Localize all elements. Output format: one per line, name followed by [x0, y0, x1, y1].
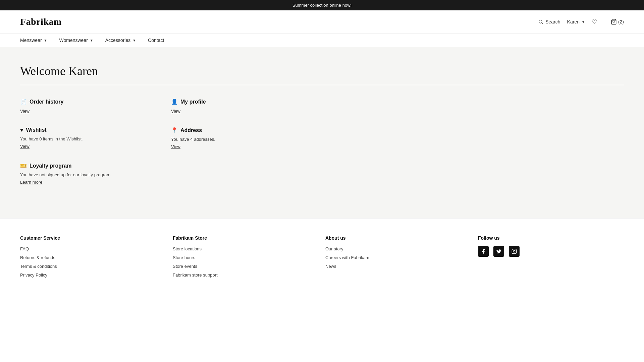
- order-history-label: Order history: [30, 99, 63, 105]
- announcement-bar: Summer collection online now!: [0, 0, 644, 10]
- account-grid: 📄 Order history View 👤 My profile View ♥…: [20, 99, 322, 185]
- main-nav: Menswear ▼ Womenswear ▼ Accessories ▼ Co…: [0, 34, 644, 47]
- womenswear-chevron-icon: ▼: [90, 39, 93, 42]
- footer-link-faq[interactable]: FAQ: [20, 246, 29, 251]
- address-view-link[interactable]: View: [171, 144, 180, 149]
- twitter-icon[interactable]: [493, 246, 504, 257]
- facebook-icon[interactable]: [478, 246, 489, 257]
- svg-point-0: [539, 20, 542, 23]
- footer-link-privacy[interactable]: Privacy Policy: [20, 273, 47, 278]
- address-icon: 📍: [171, 127, 178, 133]
- footer-link-news[interactable]: News: [325, 264, 336, 269]
- title-divider: [20, 85, 624, 85]
- my-profile-icon: 👤: [171, 99, 178, 105]
- footer-link-store-locations[interactable]: Store locations: [173, 246, 202, 251]
- cart-button[interactable]: (2): [611, 19, 624, 25]
- footer-store-links: Store locations Store hours Store events…: [173, 246, 319, 278]
- svg-line-1: [542, 23, 543, 24]
- wishlist-section: ♥ Wishlist You have 0 items in the Wishl…: [20, 127, 171, 149]
- nav-item-menswear[interactable]: Menswear ▼: [20, 38, 47, 43]
- loyalty-learn-more-link[interactable]: Learn more: [20, 180, 42, 185]
- order-history-view-link[interactable]: View: [20, 109, 30, 114]
- footer-link-terms[interactable]: Terms & conditions: [20, 264, 57, 269]
- header-divider: [604, 18, 604, 26]
- address-description: You have 4 addresses.: [171, 137, 309, 142]
- heart-icon: ♡: [592, 18, 597, 25]
- svg-rect-3: [512, 249, 516, 253]
- accessories-chevron-icon: ▼: [132, 39, 136, 42]
- nav-item-contact[interactable]: Contact: [148, 38, 164, 43]
- my-profile-view-link[interactable]: View: [171, 109, 180, 114]
- wishlist-view-link[interactable]: View: [20, 144, 30, 149]
- my-profile-label: My profile: [180, 99, 206, 105]
- cart-icon: [611, 19, 617, 25]
- footer-col-social: Follow us: [478, 235, 624, 278]
- page-title: Welcome Karen: [20, 64, 624, 78]
- search-label: Search: [545, 19, 560, 24]
- loyalty-description: You have not signed up for our loyalty p…: [20, 172, 158, 177]
- address-label: Address: [180, 127, 202, 133]
- address-section: 📍 Address You have 4 addresses. View: [171, 127, 322, 149]
- footer-about-links: Our story Careers with Fabrikam News: [325, 246, 471, 269]
- footer-customer-service-title: Customer Service: [20, 235, 166, 241]
- loyalty-title: 🎫 Loyalty program: [20, 163, 158, 169]
- my-profile-section: 👤 My profile View: [171, 99, 322, 114]
- header-actions: Search Karen ▼ ♡ (2): [538, 18, 624, 26]
- loyalty-section: 🎫 Loyalty program You have not signed up…: [20, 163, 171, 185]
- footer-store-title: Fabrikam Store: [173, 235, 319, 241]
- announcement-text: Summer collection online now!: [292, 3, 352, 8]
- footer-col-about: About us Our story Careers with Fabrikam…: [325, 235, 471, 278]
- svg-point-5: [515, 250, 516, 250]
- footer-grid: Customer Service FAQ Returns & refunds T…: [20, 235, 624, 278]
- footer-link-our-story[interactable]: Our story: [325, 246, 343, 251]
- menswear-chevron-icon: ▼: [44, 39, 47, 42]
- search-icon: [538, 19, 543, 24]
- footer-col-customer-service: Customer Service FAQ Returns & refunds T…: [20, 235, 166, 278]
- header: Fabrikam Search Karen ▼ ♡ (2): [0, 10, 644, 34]
- footer-customer-service-links: FAQ Returns & refunds Terms & conditions…: [20, 246, 166, 278]
- nav-list: Menswear ▼ Womenswear ▼ Accessories ▼ Co…: [20, 38, 624, 43]
- wishlist-title: ♥ Wishlist: [20, 127, 158, 133]
- logo[interactable]: Fabrikam: [20, 16, 62, 27]
- loyalty-label: Loyalty program: [30, 163, 71, 169]
- footer-link-store-events[interactable]: Store events: [173, 264, 197, 269]
- footer-social-title: Follow us: [478, 235, 624, 241]
- order-history-title: 📄 Order history: [20, 99, 158, 105]
- order-history-icon: 📄: [20, 99, 27, 105]
- instagram-icon[interactable]: [509, 246, 520, 257]
- nav-label-contact: Contact: [148, 38, 164, 43]
- footer-link-store-hours[interactable]: Store hours: [173, 255, 195, 260]
- address-title: 📍 Address: [171, 127, 309, 133]
- footer-col-store: Fabrikam Store Store locations Store hou…: [173, 235, 319, 278]
- footer-link-returns[interactable]: Returns & refunds: [20, 255, 55, 260]
- footer-about-title: About us: [325, 235, 471, 241]
- search-button[interactable]: Search: [538, 19, 560, 24]
- footer-link-careers[interactable]: Careers with Fabrikam: [325, 255, 369, 260]
- nav-item-womenswear[interactable]: Womenswear ▼: [59, 38, 93, 43]
- wishlist-description: You have 0 items in the Wishlist.: [20, 136, 158, 141]
- nav-label-womenswear: Womenswear: [59, 38, 88, 43]
- cart-count: (2): [618, 19, 624, 24]
- loyalty-icon: 🎫: [20, 163, 27, 169]
- nav-item-accessories[interactable]: Accessories ▼: [105, 38, 136, 43]
- nav-label-menswear: Menswear: [20, 38, 42, 43]
- wishlist-label: Wishlist: [26, 127, 47, 133]
- social-icons: [478, 246, 624, 257]
- wishlist-icon: ♥: [20, 127, 23, 133]
- wishlist-button[interactable]: ♡: [592, 18, 597, 25]
- order-history-section: 📄 Order history View: [20, 99, 171, 114]
- user-label: Karen: [567, 19, 580, 24]
- nav-label-accessories: Accessories: [105, 38, 130, 43]
- user-menu[interactable]: Karen ▼: [567, 19, 585, 24]
- main-content: Welcome Karen 📄 Order history View 👤 My …: [0, 47, 644, 218]
- my-profile-title: 👤 My profile: [171, 99, 309, 105]
- footer-link-store-support[interactable]: Fabrikam store support: [173, 273, 218, 278]
- user-chevron-icon: ▼: [582, 20, 585, 24]
- svg-point-4: [513, 250, 515, 252]
- footer: Customer Service FAQ Returns & refunds T…: [0, 218, 644, 291]
